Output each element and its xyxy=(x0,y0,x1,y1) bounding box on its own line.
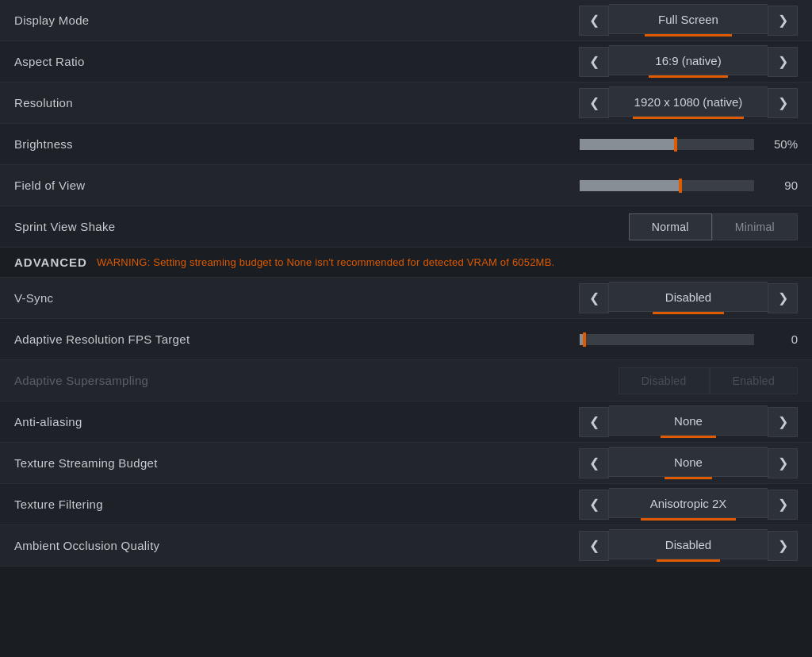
adaptive-resolution-fps-control-wrap: 0 xyxy=(474,332,798,346)
adaptive-resolution-fps-label: Adaptive Resolution FPS Target xyxy=(14,332,474,346)
texture-streaming-budget-next-button[interactable]: ❯ xyxy=(768,448,798,478)
display-mode-next-button[interactable]: ❯ xyxy=(768,6,798,36)
setting-row-texture-filtering: Texture Filtering❮Anisotropic 2X❯ xyxy=(0,484,812,525)
texture-streaming-budget-control-wrap: ❮None❯ xyxy=(474,447,798,479)
texture-filtering-indicator xyxy=(641,518,736,521)
adaptive-resolution-fps-thumb xyxy=(583,332,586,347)
field-of-view-control-wrap: 90 xyxy=(474,179,798,192)
field-of-view-track[interactable] xyxy=(580,180,754,191)
texture-filtering-value-wrap: Anisotropic 2X xyxy=(609,488,768,521)
texture-filtering-label: Texture Filtering xyxy=(14,498,474,511)
brightness-control-wrap: 50% xyxy=(474,137,798,151)
sprint-view-shake-toggle-group: NormalMinimal xyxy=(629,213,798,240)
field-of-view-fill xyxy=(580,180,681,191)
setting-row-ambient-occlusion: Ambient Occlusion Quality❮Disabled❯ xyxy=(0,525,812,567)
ambient-occlusion-value: Disabled xyxy=(609,529,768,559)
anti-aliasing-prev-button[interactable]: ❮ xyxy=(579,407,609,437)
anti-aliasing-value: None xyxy=(609,405,768,436)
advanced-warning: WARNING: Setting streaming budget to Non… xyxy=(97,256,554,268)
setting-row-adaptive-supersampling: Adaptive SupersamplingDisabledEnabled xyxy=(0,360,812,402)
v-sync-selector: ❮Disabled❯ xyxy=(579,282,798,314)
texture-filtering-control-wrap: ❮Anisotropic 2X❯ xyxy=(474,488,798,521)
resolution-control-wrap: ❮1920 x 1080 (native)❯ xyxy=(474,86,798,119)
aspect-ratio-value-wrap: 16:9 (native) xyxy=(609,45,768,78)
adaptive-supersampling-label: Adaptive Supersampling xyxy=(14,374,474,387)
brightness-value: 50% xyxy=(762,137,798,151)
settings-container: Display Mode❮Full Screen❯Aspect Ratio❮16… xyxy=(0,0,812,567)
resolution-next-button[interactable]: ❯ xyxy=(768,88,798,118)
texture-streaming-budget-indicator xyxy=(665,477,712,479)
adaptive-resolution-fps-control: 0 xyxy=(580,332,798,346)
resolution-value: 1920 x 1080 (native) xyxy=(609,86,768,117)
v-sync-control-wrap: ❮Disabled❯ xyxy=(474,282,798,314)
display-mode-prev-button[interactable]: ❮ xyxy=(579,6,609,36)
brightness-control: 50% xyxy=(580,137,798,151)
sprint-view-shake-label: Sprint View Shake xyxy=(14,220,474,233)
v-sync-next-button[interactable]: ❯ xyxy=(768,283,798,313)
resolution-prev-button[interactable]: ❮ xyxy=(579,88,609,118)
adaptive-supersampling-toggle-group: DisabledEnabled xyxy=(619,367,798,394)
aspect-ratio-indicator xyxy=(649,75,728,78)
anti-aliasing-indicator xyxy=(661,436,716,438)
display-mode-label: Display Mode xyxy=(14,13,474,27)
field-of-view-value: 90 xyxy=(762,179,798,192)
ambient-occlusion-selector: ❮Disabled❯ xyxy=(579,529,798,562)
display-mode-indicator xyxy=(645,34,732,36)
setting-row-brightness: Brightness50% xyxy=(0,124,812,165)
display-mode-value-wrap: Full Screen xyxy=(609,4,768,36)
ambient-occlusion-value-wrap: Disabled xyxy=(609,529,768,562)
setting-row-aspect-ratio: Aspect Ratio❮16:9 (native)❯ xyxy=(0,41,812,83)
basic-settings: Display Mode❮Full Screen❯Aspect Ratio❮16… xyxy=(0,0,812,248)
resolution-label: Resolution xyxy=(14,96,474,110)
ambient-occlusion-label: Ambient Occlusion Quality xyxy=(14,539,474,552)
anti-aliasing-value-wrap: None xyxy=(609,405,768,438)
texture-filtering-selector: ❮Anisotropic 2X❯ xyxy=(579,488,798,521)
resolution-indicator xyxy=(633,117,744,119)
aspect-ratio-prev-button[interactable]: ❮ xyxy=(579,47,609,77)
resolution-value-wrap: 1920 x 1080 (native) xyxy=(609,86,768,119)
texture-streaming-budget-value-wrap: None xyxy=(609,447,768,479)
setting-row-v-sync: V-Sync❮Disabled❯ xyxy=(0,278,812,319)
setting-row-resolution: Resolution❮1920 x 1080 (native)❯ xyxy=(0,83,812,124)
ambient-occlusion-prev-button[interactable]: ❮ xyxy=(579,531,609,561)
adaptive-supersampling-option-1: Enabled xyxy=(710,367,798,394)
adaptive-supersampling-option-0: Disabled xyxy=(619,367,710,394)
texture-streaming-budget-prev-button[interactable]: ❮ xyxy=(579,448,609,478)
display-mode-selector: ❮Full Screen❯ xyxy=(579,4,798,36)
anti-aliasing-label: Anti-aliasing xyxy=(14,415,474,428)
setting-row-display-mode: Display Mode❮Full Screen❯ xyxy=(0,0,812,41)
ambient-occlusion-next-button[interactable]: ❯ xyxy=(768,531,798,561)
field-of-view-label: Field of View xyxy=(14,179,474,192)
adaptive-resolution-fps-value: 0 xyxy=(762,332,798,346)
brightness-label: Brightness xyxy=(14,137,474,151)
setting-row-adaptive-resolution-fps: Adaptive Resolution FPS Target0 xyxy=(0,319,812,360)
texture-filtering-prev-button[interactable]: ❮ xyxy=(579,490,609,520)
anti-aliasing-next-button[interactable]: ❯ xyxy=(768,407,798,437)
setting-row-texture-streaming-budget: Texture Streaming Budget❮None❯ xyxy=(0,443,812,484)
texture-filtering-next-button[interactable]: ❯ xyxy=(768,490,798,520)
anti-aliasing-control-wrap: ❮None❯ xyxy=(474,405,798,438)
sprint-view-shake-option-0[interactable]: Normal xyxy=(629,213,712,240)
aspect-ratio-selector: ❮16:9 (native)❯ xyxy=(579,45,798,78)
texture-filtering-value: Anisotropic 2X xyxy=(609,488,768,518)
texture-streaming-budget-label: Texture Streaming Budget xyxy=(14,456,474,470)
resolution-selector: ❮1920 x 1080 (native)❯ xyxy=(579,86,798,119)
ambient-occlusion-indicator xyxy=(657,559,720,562)
field-of-view-control: 90 xyxy=(580,179,798,192)
aspect-ratio-control-wrap: ❮16:9 (native)❯ xyxy=(474,45,798,78)
v-sync-prev-button[interactable]: ❮ xyxy=(579,283,609,313)
aspect-ratio-next-button[interactable]: ❯ xyxy=(768,47,798,77)
v-sync-label: V-Sync xyxy=(14,291,474,305)
adaptive-resolution-fps-track[interactable] xyxy=(580,334,754,345)
display-mode-control-wrap: ❮Full Screen❯ xyxy=(474,4,798,36)
field-of-view-thumb xyxy=(679,179,682,193)
advanced-settings: V-Sync❮Disabled❯Adaptive Resolution FPS … xyxy=(0,278,812,567)
advanced-label: ADVANCED xyxy=(14,256,87,269)
brightness-track[interactable] xyxy=(580,139,754,150)
sprint-view-shake-control-wrap: NormalMinimal xyxy=(474,213,798,240)
v-sync-value-wrap: Disabled xyxy=(609,282,768,314)
aspect-ratio-label: Aspect Ratio xyxy=(14,55,474,68)
adaptive-supersampling-control-wrap: DisabledEnabled xyxy=(474,367,798,394)
sprint-view-shake-option-1[interactable]: Minimal xyxy=(712,213,798,240)
texture-streaming-budget-selector: ❮None❯ xyxy=(579,447,798,479)
